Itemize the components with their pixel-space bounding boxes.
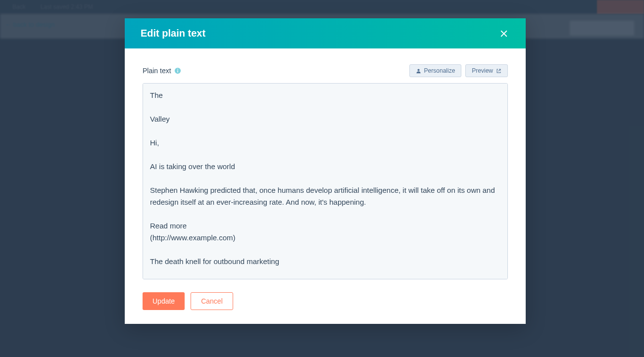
svg-rect-3 bbox=[177, 70, 178, 72]
close-icon bbox=[499, 29, 508, 38]
modal-body: Plain text Personalize bbox=[125, 48, 526, 324]
plain-text-textarea[interactable] bbox=[143, 83, 508, 279]
cancel-button[interactable]: Cancel bbox=[191, 292, 233, 310]
close-button[interactable] bbox=[498, 28, 510, 40]
preview-button[interactable]: Preview bbox=[465, 64, 508, 77]
modal-header: Edit plain text bbox=[125, 18, 526, 48]
field-actions: Personalize Preview bbox=[409, 64, 508, 77]
modal-footer: Update Cancel bbox=[143, 292, 508, 310]
svg-line-6 bbox=[498, 69, 500, 71]
modal-title: Edit plain text bbox=[141, 28, 205, 39]
field-header: Plain text Personalize bbox=[143, 64, 508, 77]
personalize-button[interactable]: Personalize bbox=[409, 64, 462, 77]
edit-plain-text-modal: Edit plain text Plain text bbox=[125, 18, 526, 324]
person-icon bbox=[416, 68, 421, 74]
update-button[interactable]: Update bbox=[143, 292, 185, 310]
info-icon[interactable] bbox=[174, 67, 181, 74]
external-link-icon bbox=[496, 68, 501, 74]
svg-point-5 bbox=[417, 69, 419, 71]
preview-label: Preview bbox=[472, 67, 493, 74]
field-label-group: Plain text bbox=[143, 67, 181, 75]
personalize-label: Personalize bbox=[424, 67, 455, 74]
textarea-wrapper bbox=[143, 83, 508, 281]
plain-text-label: Plain text bbox=[143, 67, 171, 75]
svg-point-4 bbox=[177, 69, 178, 70]
